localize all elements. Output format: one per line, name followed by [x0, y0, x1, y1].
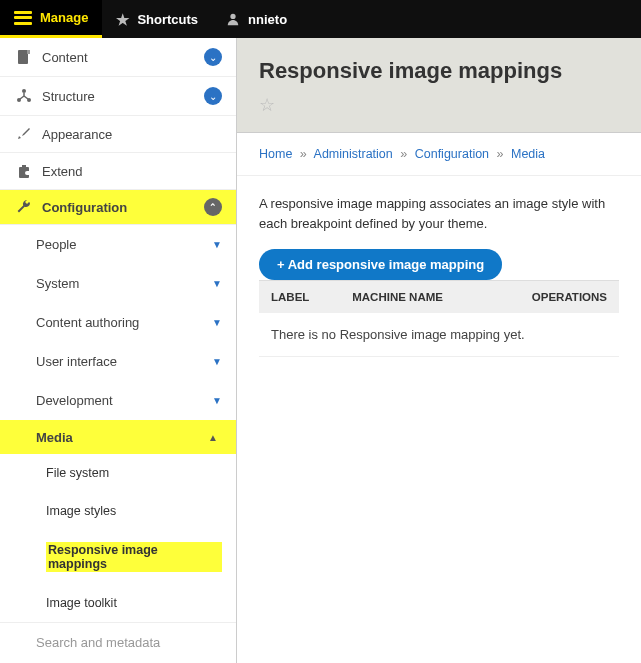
empty-message: There is no Responsive image mapping yet… — [259, 313, 619, 357]
sidebar-item-search-metadata[interactable]: Search and metadata — [0, 622, 236, 662]
sidebar-label: People — [36, 237, 212, 252]
add-responsive-image-mapping-button[interactable]: + Add responsive image mapping — [259, 249, 502, 280]
sidebar-label: User interface — [36, 354, 212, 369]
chevron-down-icon: ▼ — [212, 239, 222, 250]
chevron-down-icon: ⌄ — [204, 87, 222, 105]
sidebar-item-structure[interactable]: Structure ⌄ — [0, 77, 236, 116]
sidebar-label: Image toolkit — [46, 596, 117, 610]
wrench-icon — [14, 199, 34, 215]
sidebar-label: Configuration — [42, 200, 204, 215]
col-operations: OPERATIONS — [490, 281, 619, 314]
col-label: LABEL — [259, 281, 340, 314]
star-icon: ★ — [116, 12, 129, 27]
page-description: A responsive image mapping associates an… — [259, 194, 619, 233]
sidebar-label: File system — [46, 466, 109, 480]
chevron-down-icon: ⌄ — [204, 48, 222, 66]
sidebar-item-user-interface[interactable]: User interface ▼ — [0, 342, 236, 381]
user-icon — [226, 12, 240, 26]
svg-point-0 — [230, 14, 235, 19]
sidebar-label: Media — [36, 430, 204, 445]
crumb-media[interactable]: Media — [511, 147, 545, 161]
sidebar-label: Responsive image mappings — [46, 542, 222, 572]
sidebar-label: Structure — [42, 89, 204, 104]
page-title: Responsive image mappings — [259, 58, 619, 84]
structure-icon — [14, 88, 34, 104]
crumb-sep: » — [300, 147, 307, 161]
main-content: Responsive image mappings ☆ Home » Admin… — [237, 38, 641, 663]
extend-icon — [14, 163, 34, 179]
page-header: Responsive image mappings ☆ — [237, 38, 641, 133]
crumb-sep: » — [497, 147, 504, 161]
chevron-down-icon: ▼ — [212, 317, 222, 328]
sidebar-item-content-authoring[interactable]: Content authoring ▼ — [0, 303, 236, 342]
crumb-administration[interactable]: Administration — [314, 147, 393, 161]
breadcrumb: Home » Administration » Configuration » … — [237, 133, 641, 176]
chevron-down-icon: ▼ — [212, 356, 222, 367]
sidebar-label: Development — [36, 393, 212, 408]
sidebar-item-file-system[interactable]: File system — [0, 454, 236, 492]
sidebar-item-content[interactable]: Content ⌄ — [0, 38, 236, 77]
crumb-home[interactable]: Home — [259, 147, 292, 161]
sidebar-label: Extend — [42, 164, 222, 179]
sidebar: Content ⌄ Structure ⌄ Appearance Extend — [0, 38, 237, 663]
add-button-label: + Add responsive image mapping — [277, 257, 484, 272]
crumb-sep: » — [400, 147, 407, 161]
sidebar-label: Search and metadata — [36, 635, 222, 650]
sidebar-label: System — [36, 276, 212, 291]
sidebar-label: Image styles — [46, 504, 116, 518]
chevron-down-icon: ▼ — [212, 395, 222, 406]
crumb-configuration[interactable]: Configuration — [415, 147, 489, 161]
sidebar-item-image-toolkit[interactable]: Image toolkit — [0, 584, 236, 622]
appearance-icon — [14, 126, 34, 142]
topbar-manage[interactable]: Manage — [0, 0, 102, 38]
topbar-manage-label: Manage — [40, 10, 88, 25]
sidebar-item-system[interactable]: System ▼ — [0, 264, 236, 303]
sidebar-label: Content — [42, 50, 204, 65]
svg-point-3 — [22, 89, 26, 93]
hamburger-icon — [14, 11, 32, 25]
content-icon — [14, 49, 34, 65]
sidebar-item-development[interactable]: Development ▼ — [0, 381, 236, 420]
chevron-up-icon: ⌃ — [204, 198, 222, 216]
svg-rect-2 — [27, 50, 30, 54]
sidebar-item-people[interactable]: People ▼ — [0, 225, 236, 264]
sidebar-item-responsive-image-mappings[interactable]: Responsive image mappings — [0, 530, 236, 584]
topbar: Manage ★ Shortcuts nnieto — [0, 0, 641, 38]
sidebar-item-media[interactable]: Media ▲ — [0, 420, 236, 454]
topbar-user[interactable]: nnieto — [212, 0, 301, 38]
sidebar-label: Appearance — [42, 127, 222, 142]
chevron-down-icon: ▼ — [212, 278, 222, 289]
chevron-up-icon: ▲ — [204, 428, 222, 446]
col-machine-name: MACHINE NAME — [340, 281, 489, 314]
sidebar-item-extend[interactable]: Extend — [0, 153, 236, 190]
sidebar-item-configuration[interactable]: Configuration ⌃ — [0, 190, 236, 225]
topbar-shortcuts[interactable]: ★ Shortcuts — [102, 0, 212, 38]
table-row-empty: There is no Responsive image mapping yet… — [259, 313, 619, 357]
sidebar-label: Content authoring — [36, 315, 212, 330]
favorite-star-icon[interactable]: ☆ — [259, 95, 275, 115]
mappings-table: LABEL MACHINE NAME OPERATIONS There is n… — [259, 280, 619, 357]
sidebar-item-appearance[interactable]: Appearance — [0, 116, 236, 153]
topbar-shortcuts-label: Shortcuts — [137, 12, 198, 27]
sidebar-item-image-styles[interactable]: Image styles — [0, 492, 236, 530]
svg-rect-1 — [18, 50, 28, 64]
topbar-user-label: nnieto — [248, 12, 287, 27]
